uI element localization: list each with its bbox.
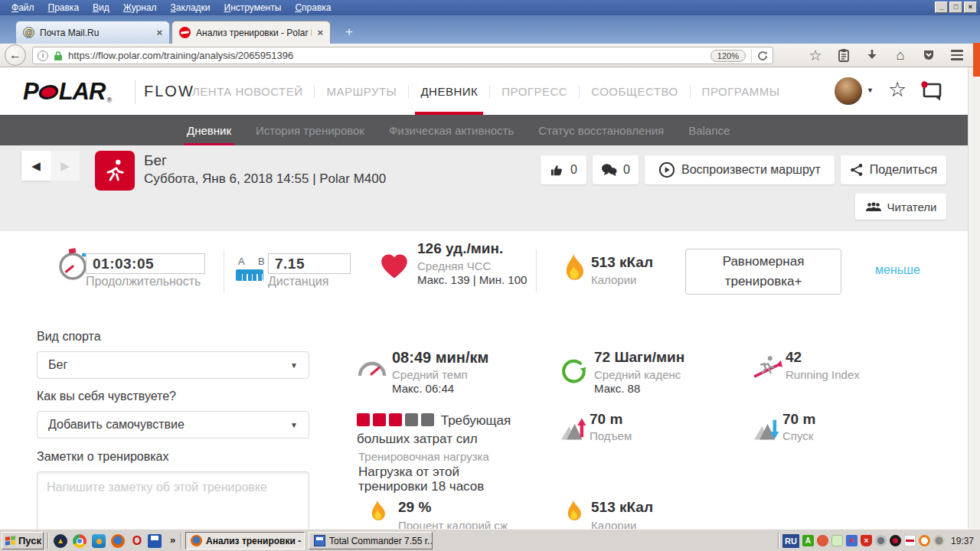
- menu-help[interactable]: Справка: [288, 1, 338, 15]
- tray-polar-icon[interactable]: [904, 535, 916, 546]
- save-icon[interactable]: [148, 534, 162, 548]
- home-icon[interactable]: ⌂: [891, 46, 910, 64]
- training-benefit-button[interactable]: Равномерная тренировка+: [685, 249, 841, 295]
- library-icon[interactable]: [835, 46, 853, 64]
- toolbar-icons: ☆ ⌂: [806, 46, 966, 64]
- hr-range: Макс. 139 | Мин. 100: [417, 273, 540, 287]
- tray-ring-icon[interactable]: [919, 535, 930, 546]
- menu-file[interactable]: Файл: [5, 1, 41, 15]
- previous-session-button[interactable]: ◀: [21, 151, 51, 181]
- avatar[interactable]: [835, 77, 862, 105]
- quicklaunch-app3-icon[interactable]: [92, 534, 106, 548]
- tray-disabled-device-icon[interactable]: ×: [846, 535, 858, 546]
- start-button[interactable]: Пуск: [2, 532, 44, 549]
- main-nav: ЛЕНТА НОВОСТЕЙ МАРШРУТЫ ДНЕВНИК ПРОГРЕСС…: [181, 67, 792, 115]
- tab-close-icon[interactable]: ×: [156, 27, 162, 38]
- comment-count: 0: [623, 163, 630, 177]
- taskbar-task-polar[interactable]: Анализ тренировки - ...: [185, 532, 305, 549]
- pocket-icon[interactable]: [920, 46, 938, 64]
- duration-input[interactable]: [86, 253, 205, 274]
- less-link[interactable]: меньше: [875, 263, 920, 277]
- polar-logo[interactable]: PLAR®: [23, 78, 111, 106]
- new-tab-button[interactable]: +: [340, 23, 358, 41]
- favorites-star-icon[interactable]: ☆: [888, 80, 906, 100]
- tab-close-icon[interactable]: ×: [317, 27, 323, 38]
- total-commander-icon: [314, 535, 325, 546]
- nav-feed[interactable]: ЛЕНТА НОВОСТЕЙ: [181, 67, 314, 115]
- tray-webcam-icon[interactable]: [875, 535, 887, 546]
- tab-title: Почта Mail.Ru: [40, 28, 151, 38]
- comment-button[interactable]: 0: [593, 155, 639, 184]
- like-button[interactable]: 0: [541, 155, 586, 184]
- task-label: Total Commander 7.55 r...: [329, 536, 433, 546]
- tray-antivirus-icon[interactable]: A: [802, 535, 814, 546]
- taskbar-task-totalcommander[interactable]: Total Commander 7.55 r...: [309, 532, 433, 549]
- calories-label: Калории: [591, 273, 636, 286]
- tray-drweb-icon[interactable]: [890, 535, 901, 546]
- menu-history[interactable]: Журнал: [116, 1, 164, 15]
- nav-diary[interactable]: ДНЕВНИК: [409, 67, 489, 115]
- url-bar[interactable]: i https://flow.polar.com/training/analys…: [32, 47, 773, 64]
- nav-routes[interactable]: МАРШРУТЫ: [315, 67, 408, 115]
- point-a-label: A: [238, 256, 245, 267]
- nav-community[interactable]: СООБЩЕСТВО: [580, 67, 689, 115]
- menu-hamburger-icon[interactable]: [948, 46, 966, 64]
- firefox-icon[interactable]: [111, 534, 125, 548]
- subnav-recovery[interactable]: Статус восстановления: [526, 115, 676, 145]
- avg-hr-value: 126 уд./мин.: [417, 240, 503, 257]
- runner-icon: [103, 158, 127, 183]
- screen: Файл Правка Вид Журнал Закладки Инструме…: [0, 0, 980, 551]
- tab-mail[interactable]: @ Почта Mail.Ru ×: [15, 21, 170, 44]
- tray-security-shield-icon[interactable]: ×: [861, 535, 872, 546]
- duration-label: Продолжительность: [86, 275, 201, 289]
- ascent-value: 70 m: [590, 411, 622, 428]
- reload-icon[interactable]: [757, 51, 768, 61]
- notifications-icon[interactable]: [921, 81, 942, 104]
- subnav-activity[interactable]: Физическая активность: [377, 115, 526, 145]
- minimize-button[interactable]: _: [935, 2, 948, 13]
- windows-logo-icon: [5, 536, 15, 546]
- menu-edit[interactable]: Правка: [41, 1, 87, 15]
- next-session-button[interactable]: ▶: [51, 151, 80, 181]
- opera-icon[interactable]: O: [130, 534, 144, 548]
- feeling-select[interactable]: Добавить самочувствие ▼: [37, 411, 309, 439]
- nav-programs[interactable]: ПРОГРАММЫ: [691, 67, 792, 115]
- quicklaunch-overflow-chevron[interactable]: »: [170, 534, 175, 546]
- play-route-button[interactable]: Воспроизвести маршрут: [645, 155, 835, 184]
- back-button[interactable]: ←: [5, 44, 26, 66]
- tray-bug-icon[interactable]: [817, 535, 828, 546]
- subnav-history[interactable]: История тренировок: [243, 115, 377, 145]
- chrome-icon[interactable]: [73, 534, 87, 548]
- page-info-icon[interactable]: i: [38, 51, 48, 61]
- tray-volume-icon[interactable]: [933, 535, 945, 546]
- bookmark-star-icon[interactable]: ☆: [806, 46, 825, 64]
- share-button[interactable]: Поделиться: [841, 155, 946, 184]
- language-indicator[interactable]: RU: [782, 534, 799, 548]
- nav-progress[interactable]: ПРОГРЕСС: [490, 67, 579, 115]
- page-scrollbar[interactable]: [968, 67, 980, 529]
- distance-input[interactable]: [268, 253, 351, 274]
- downloads-icon[interactable]: [863, 46, 881, 64]
- menu-bookmarks[interactable]: Закладки: [164, 1, 217, 15]
- distance-label: Дистанция: [268, 275, 328, 289]
- quicklaunch-app1-icon[interactable]: ▲: [54, 534, 67, 548]
- subnav-balance[interactable]: Balance: [676, 115, 742, 145]
- sport-select[interactable]: Бег ▼: [37, 351, 309, 379]
- descent-value: 70 m: [782, 411, 815, 428]
- zoom-level-badge[interactable]: 120%: [710, 50, 746, 62]
- session-datetime: Суббота, Янв 6, 2018 14:55 | Polar M400: [144, 171, 386, 187]
- registered-mark: ®: [106, 96, 111, 104]
- close-button[interactable]: ×: [964, 2, 977, 13]
- chevron-down-icon[interactable]: ▼: [867, 86, 874, 94]
- readers-button[interactable]: Читатели: [855, 194, 946, 220]
- url-text[interactable]: https://flow.polar.com/training/analysis…: [68, 50, 705, 61]
- restore-button[interactable]: □: [949, 2, 962, 13]
- tray-notes-icon[interactable]: [831, 535, 843, 546]
- tab-polar-analysis[interactable]: Анализ тренировки - Polar F... ×: [172, 21, 331, 44]
- menu-tools[interactable]: Инструменты: [217, 1, 289, 15]
- share-label: Поделиться: [870, 163, 937, 177]
- menu-view[interactable]: Вид: [86, 1, 116, 15]
- start-label: Пуск: [18, 535, 41, 546]
- subnav-diary[interactable]: Дневник: [175, 115, 243, 145]
- avg-cadence-value: 72 Шаги/мин: [594, 349, 684, 366]
